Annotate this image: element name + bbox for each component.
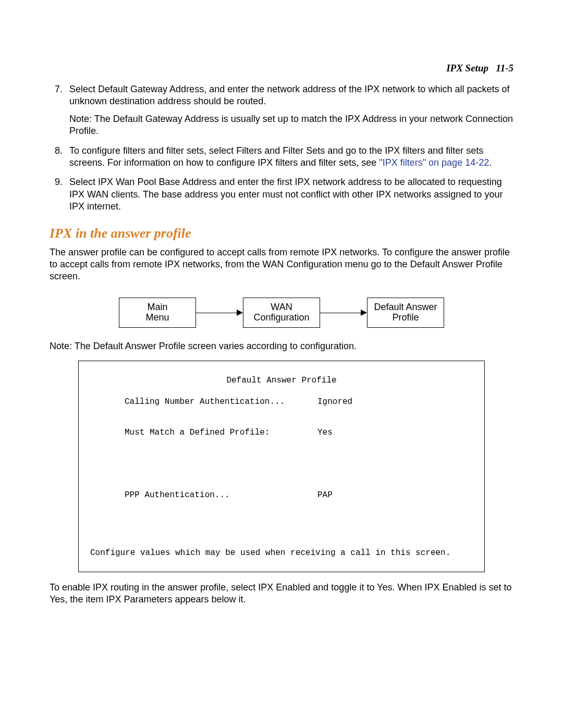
spacer bbox=[88, 440, 475, 490]
field-label: Must Match a Defined Profile: bbox=[125, 428, 317, 438]
terminal-title: Default Answer Profile bbox=[88, 376, 475, 386]
field-label: Calling Number Authentication... bbox=[125, 397, 317, 407]
terminal-row: PPP Authentication... PAP bbox=[88, 490, 475, 500]
step-9: Select IPX Wan Pool Base Address and ent… bbox=[65, 176, 513, 213]
section-heading: IPX in the answer profile bbox=[50, 226, 513, 241]
ipx-filters-link[interactable]: "IPX filters" on page 14-22 bbox=[379, 157, 489, 168]
node1-line2: Menu bbox=[145, 312, 169, 323]
arrow-icon bbox=[196, 298, 243, 327]
intro-paragraph: The answer profile can be configured to … bbox=[50, 246, 513, 283]
node2-line1: WAN bbox=[271, 302, 292, 312]
field-value: Yes bbox=[317, 428, 475, 438]
arrow-icon bbox=[320, 298, 367, 327]
terminal-footer: Configure values which may be used when … bbox=[88, 548, 475, 558]
header-section: IPX Setup bbox=[446, 63, 488, 73]
terminal-row: Calling Number Authentication... Ignored bbox=[88, 397, 475, 407]
field-label: PPP Authentication... bbox=[125, 490, 317, 500]
step-7: Select Default Gateway Address, and ente… bbox=[65, 83, 513, 138]
step-7-note: Note: The Default Gateway Address is usu… bbox=[69, 113, 513, 138]
node3-line2: Profile bbox=[392, 312, 419, 323]
node2-line2: Configuration bbox=[253, 312, 309, 323]
page: IPX Setup 11-5 Select Default Gateway Ad… bbox=[0, 0, 563, 728]
diagram-note: Note: The Default Answer Profile screen … bbox=[50, 340, 513, 352]
trailing-paragraph: To enable IPX routing in the answer prof… bbox=[50, 582, 513, 606]
breadcrumb-diagram: Main Menu WAN Configuration Default Answ… bbox=[50, 298, 513, 328]
step-9-text: Select IPX Wan Pool Base Address and ent… bbox=[69, 177, 503, 212]
spacer bbox=[88, 409, 475, 428]
step-8: To configure filters and filter sets, se… bbox=[65, 145, 513, 169]
step-8-text-post: . bbox=[489, 157, 492, 168]
node1-line1: Main bbox=[147, 302, 167, 312]
terminal-row: Must Match a Defined Profile: Yes bbox=[88, 428, 475, 438]
field-value: Ignored bbox=[317, 397, 475, 407]
step-7-text: Select Default Gateway Address, and ente… bbox=[69, 84, 509, 106]
breadcrumb-node-wan-config: WAN Configuration bbox=[243, 298, 320, 328]
node3-line1: Default Answer bbox=[374, 302, 437, 312]
header-page-ref: 11-5 bbox=[496, 63, 513, 73]
numbered-steps: Select Default Gateway Address, and ente… bbox=[50, 83, 513, 213]
terminal-screen: Default Answer Profile Calling Number Au… bbox=[78, 361, 485, 572]
breadcrumb-node-default-answer: Default Answer Profile bbox=[367, 298, 444, 328]
page-header: IPX Setup 11-5 bbox=[50, 63, 513, 74]
field-value: PAP bbox=[317, 490, 475, 500]
breadcrumb-node-main-menu: Main Menu bbox=[119, 298, 196, 328]
